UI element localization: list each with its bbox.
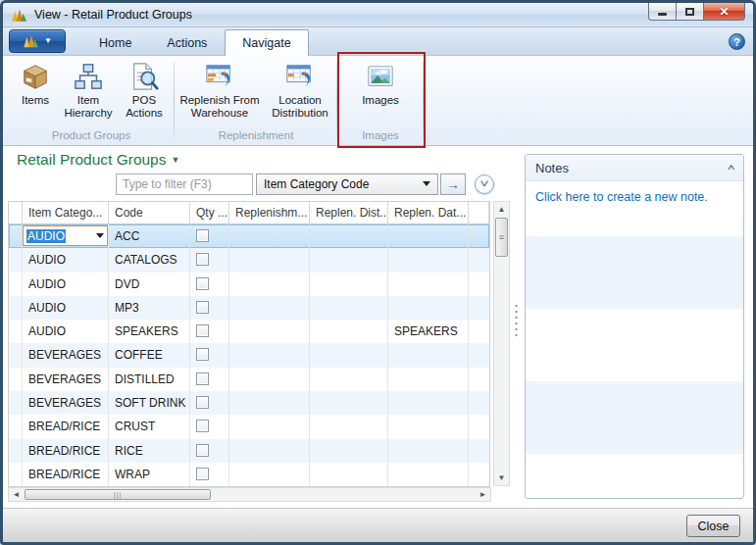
code-cell[interactable]: CRUST: [109, 415, 190, 438]
qty-cell[interactable]: [190, 296, 229, 320]
table-row[interactable]: AUDIOMP3: [9, 296, 489, 320]
filter-input[interactable]: [116, 173, 253, 195]
table-row[interactable]: BEVERAGESSOFT DRINK: [9, 391, 489, 415]
row-selector-cell[interactable]: [9, 320, 23, 343]
item-category-cell[interactable]: AUDIO: [23, 248, 109, 272]
column-header-replen-dat[interactable]: Replen. Dat...: [388, 202, 469, 223]
replen-dist-cell[interactable]: [310, 272, 388, 296]
qty-cell[interactable]: [190, 391, 229, 415]
table-row[interactable]: AUDIODVD: [9, 272, 489, 296]
qty-cell[interactable]: [190, 415, 229, 438]
column-header-replen-dist[interactable]: Replen. Dist...: [310, 202, 388, 223]
replen-dat-cell[interactable]: [388, 224, 469, 248]
qty-cell[interactable]: [190, 343, 229, 367]
column-header-item-category[interactable]: Item Catego...: [23, 202, 109, 223]
scroll-down-icon[interactable]: ▼: [494, 471, 509, 485]
row-selector-header[interactable]: [9, 202, 23, 223]
qty-checkbox[interactable]: [196, 348, 209, 361]
replen-dist-cell[interactable]: [310, 415, 388, 438]
replenish-from-warehouse-button[interactable]: Replenish From Warehouse: [176, 59, 263, 120]
tab-home[interactable]: Home: [81, 29, 149, 55]
notes-header[interactable]: Notes ˄: [526, 155, 743, 181]
table-row[interactable]: BEVERAGESCOFFEE: [9, 343, 489, 367]
replen-dist-cell[interactable]: [310, 248, 388, 272]
table-row[interactable]: AUDIOCATALOGS: [9, 248, 489, 272]
replenishm-cell[interactable]: [229, 368, 310, 391]
scroll-up-icon[interactable]: ▲: [494, 202, 509, 217]
replen-dat-cell[interactable]: SPEAKERS: [388, 320, 469, 343]
code-cell[interactable]: MP3: [109, 296, 190, 320]
replenishm-cell[interactable]: [229, 320, 310, 343]
qty-checkbox[interactable]: [196, 396, 209, 409]
row-selector-cell[interactable]: [9, 224, 23, 248]
code-cell[interactable]: RICE: [109, 439, 190, 463]
table-row[interactable]: BEVERAGESDISTILLED: [9, 368, 489, 391]
help-button[interactable]: ?: [729, 33, 745, 50]
qty-checkbox[interactable]: [196, 324, 209, 337]
item-category-cell[interactable]: BREAD/RICE: [23, 415, 109, 438]
replen-dat-cell[interactable]: [388, 248, 469, 272]
qty-checkbox[interactable]: [196, 420, 209, 432]
row-selector-cell[interactable]: [9, 463, 23, 486]
code-cell[interactable]: ACC: [109, 224, 190, 248]
replen-dist-cell[interactable]: [310, 463, 388, 486]
minimize-button[interactable]: [648, 3, 677, 21]
apply-filter-button[interactable]: →: [440, 173, 466, 195]
item-category-cell[interactable]: BEVERAGES: [23, 368, 109, 391]
code-cell[interactable]: DISTILLED: [109, 368, 190, 391]
page-title[interactable]: Retail Product Groups▼: [17, 151, 179, 169]
replen-dat-cell[interactable]: [388, 368, 469, 391]
chevron-up-icon[interactable]: ˄: [727, 163, 734, 173]
code-cell[interactable]: COFFEE: [109, 343, 190, 367]
item-category-cell[interactable]: AUDIO: [23, 224, 109, 248]
replen-dist-cell[interactable]: [310, 224, 388, 248]
replen-dat-cell[interactable]: [388, 391, 469, 415]
close-window-button[interactable]: ✕: [703, 3, 745, 21]
replen-dist-cell[interactable]: [310, 343, 388, 367]
replenishm-cell[interactable]: [229, 439, 310, 463]
row-selector-cell[interactable]: [9, 272, 23, 296]
item-category-cell[interactable]: BREAD/RICE: [23, 439, 109, 463]
row-selector-cell[interactable]: [9, 439, 23, 463]
create-note-link[interactable]: Click here to create a new note.: [526, 181, 743, 213]
chevron-down-icon[interactable]: [96, 233, 104, 238]
qty-checkbox[interactable]: [196, 253, 209, 266]
column-header-replenishm[interactable]: Replenishm...: [229, 202, 310, 223]
item-category-cell[interactable]: AUDIO: [23, 320, 109, 343]
replen-dat-cell[interactable]: [388, 439, 469, 463]
row-selector-cell[interactable]: [9, 248, 23, 272]
replen-dat-cell[interactable]: [388, 415, 469, 438]
replenishm-cell[interactable]: [229, 296, 310, 320]
item-category-editor[interactable]: AUDIO: [23, 225, 108, 246]
grid-vertical-scrollbar[interactable]: ▲ ≡ ▼: [493, 201, 510, 486]
replen-dist-cell[interactable]: [310, 368, 388, 391]
qty-checkbox[interactable]: [196, 301, 209, 314]
location-distribution-button[interactable]: Location Distribution: [265, 59, 335, 120]
table-row[interactable]: AUDIOACC: [9, 224, 489, 248]
qty-checkbox[interactable]: [196, 444, 209, 457]
grid-horizontal-scrollbar[interactable]: ◄ ||| ►: [8, 487, 491, 502]
horizontal-scroll-thumb[interactable]: |||: [25, 489, 211, 500]
pane-splitter[interactable]: [512, 303, 520, 342]
pos-actions-button[interactable]: POS Actions: [118, 59, 171, 120]
replen-dist-cell[interactable]: [310, 296, 388, 320]
row-selector-cell[interactable]: [9, 415, 23, 438]
code-cell[interactable]: SOFT DRINK: [109, 391, 190, 415]
images-button[interactable]: Images: [351, 59, 410, 107]
close-button[interactable]: Close: [686, 515, 740, 537]
replen-dist-cell[interactable]: [310, 391, 388, 415]
replenishm-cell[interactable]: [229, 272, 310, 296]
qty-cell[interactable]: [190, 224, 229, 248]
code-cell[interactable]: CATALOGS: [109, 248, 190, 272]
item-category-cell[interactable]: AUDIO: [23, 272, 109, 296]
item-category-cell[interactable]: BEVERAGES: [23, 343, 109, 367]
replen-dat-cell[interactable]: [388, 296, 469, 320]
item-category-cell[interactable]: BREAD/RICE: [23, 463, 109, 486]
replen-dat-cell[interactable]: [388, 272, 469, 296]
qty-checkbox[interactable]: [196, 372, 209, 385]
item-category-cell[interactable]: AUDIO: [23, 296, 109, 320]
row-selector-cell[interactable]: [9, 296, 23, 320]
tab-navigate[interactable]: Navigate: [225, 29, 308, 56]
table-row[interactable]: BREAD/RICEWRAP: [9, 463, 489, 486]
item-category-cell[interactable]: BEVERAGES: [23, 391, 109, 415]
